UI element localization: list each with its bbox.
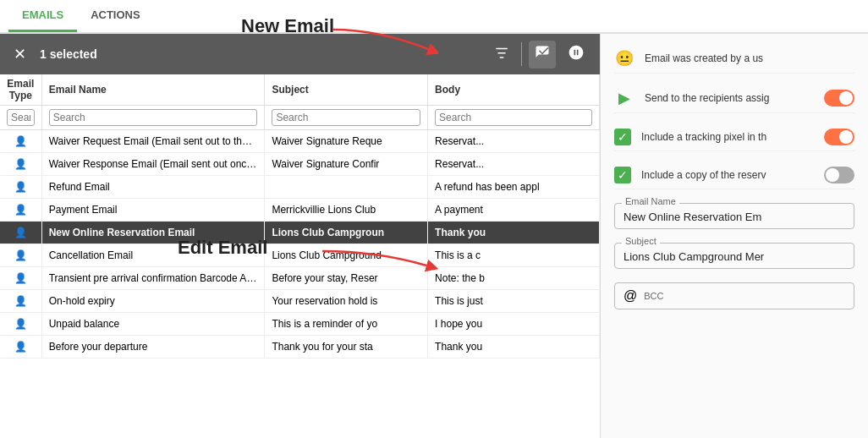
send-row: ▶ Send to the recipients assig (614, 84, 854, 113)
subject-field: Subject Lions Club Campground Mer (614, 243, 854, 269)
email-name-search[interactable] (49, 109, 258, 126)
row-body: Thank you (428, 336, 600, 359)
send-toggle[interactable] (824, 90, 854, 107)
row-body: I hope you (428, 313, 600, 336)
row-subject: Lions Club Campgroun (265, 222, 428, 244)
col-search-type[interactable] (0, 106, 41, 130)
bcc-label: BCC (644, 291, 663, 301)
selected-count: 1 selected (40, 47, 479, 61)
send-icon: ▶ (614, 89, 635, 107)
row-subject: Merrickvillie Lions Club (265, 199, 428, 222)
email-table-scroll[interactable]: Email Type Email Name Subject Body (0, 74, 600, 438)
info-person-icon: 😐 (614, 49, 635, 68)
row-body: Reservat... (428, 153, 600, 176)
bcc-row: @ BCC (614, 282, 854, 309)
row-type-icon: 👤 (0, 176, 41, 199)
subject-value: Lions Club Campground Mer (624, 250, 845, 263)
row-email-name: Unpaid balance (41, 313, 265, 336)
copy-checkbox[interactable]: ✓ (614, 167, 631, 183)
email-table-panel: ✕ 1 selected (0, 34, 601, 438)
email-type-search[interactable] (7, 109, 35, 126)
row-subject: Your reservation hold is (265, 290, 428, 313)
email-body-search[interactable] (435, 109, 592, 126)
table-header-row: Email Type Email Name Subject Body (0, 74, 600, 106)
row-email-name: Payment Email (41, 199, 265, 222)
row-body: Reservat... (428, 130, 600, 153)
row-type-icon: 👤 (0, 290, 41, 313)
toolbar-icons (489, 41, 590, 68)
col-header-type: Email Type (0, 74, 41, 106)
row-type-icon: 👤 (0, 199, 41, 222)
row-type-icon: 👤 (0, 153, 41, 176)
toolbar-divider (521, 42, 522, 66)
email-name-value: New Online Reservation Em (624, 211, 845, 223)
row-body: This is a c (428, 244, 600, 267)
close-selection-button[interactable]: ✕ (10, 45, 30, 63)
selection-bar: ✕ 1 selected (0, 34, 600, 74)
row-type-icon: 👤 (0, 313, 41, 336)
tracking-row: ✓ Include a tracking pixel in th (614, 123, 854, 151)
table-row[interactable]: 👤 Payment Email Merrickvillie Lions Club… (0, 199, 600, 222)
row-email-name: Waiver Response Email (Email sent out on… (41, 153, 265, 176)
add-email-button[interactable] (529, 41, 556, 68)
copy-toggle[interactable] (824, 167, 854, 183)
tracking-toggle[interactable] (824, 129, 854, 145)
col-search-subject[interactable] (265, 106, 428, 130)
table-row[interactable]: 👤 Before your departure Thank you for yo… (0, 336, 600, 359)
tab-actions[interactable]: ACTIONS (77, 0, 154, 32)
row-subject: Before your stay, Reser (265, 267, 428, 290)
info-row: 😐 Email was created by a us (614, 44, 854, 74)
disable-icon-button[interactable] (563, 41, 590, 68)
row-email-name: New Online Reservation Email (41, 222, 265, 244)
email-table-body: 👤 Waiver Request Email (Email sent out t… (0, 130, 600, 359)
row-body: A payment (428, 199, 600, 222)
row-body: A refund has been appl (428, 176, 600, 199)
table-row[interactable]: 👤 Unpaid balance This is a reminder of y… (0, 313, 600, 336)
tracking-row-text: Include a tracking pixel in th (641, 131, 814, 143)
send-row-text: Send to the recipients assig (645, 92, 814, 104)
row-type-icon: 👤 (0, 244, 41, 267)
row-body: This is just (428, 290, 600, 313)
at-icon: @ (624, 288, 637, 304)
row-email-name: Transient pre arrival confirmation Barco… (41, 267, 265, 290)
email-subject-search[interactable] (272, 109, 420, 126)
row-subject: Thank you for your sta (265, 336, 428, 359)
row-email-name: Refund Email (41, 176, 265, 199)
email-name-label: Email Name (622, 196, 679, 206)
row-subject (265, 176, 428, 199)
col-search-name[interactable] (41, 106, 265, 130)
row-body: Thank you (428, 222, 600, 244)
col-search-body[interactable] (428, 106, 600, 130)
table-row[interactable]: 👤 New Online Reservation Email Lions Clu… (0, 222, 600, 244)
top-tabs: EMAILS ACTIONS (0, 0, 868, 34)
subject-label: Subject (622, 236, 660, 246)
copy-row-text: Include a copy of the reserv (641, 169, 814, 181)
email-name-field: Email Name New Online Reservation Em (614, 203, 854, 229)
row-type-icon: 👤 (0, 336, 41, 359)
table-row[interactable]: 👤 Refund Email A refund has been appl (0, 176, 600, 199)
row-subject: Waiver Signature Reque (265, 130, 428, 153)
row-type-icon: 👤 (0, 130, 41, 153)
table-row[interactable]: 👤 On-hold expiry Your reservation hold i… (0, 290, 600, 313)
row-body: Note: the b (428, 267, 600, 290)
tab-emails[interactable]: EMAILS (8, 0, 77, 32)
tracking-checkbox[interactable]: ✓ (614, 129, 631, 145)
row-subject: Lions Club Campground (265, 244, 428, 267)
table-row[interactable]: 👤 Transient pre arrival confirmation Bar… (0, 267, 600, 290)
filter-icon-button[interactable] (489, 41, 514, 68)
row-type-icon: 👤 (0, 222, 41, 244)
col-header-name: Email Name (41, 74, 265, 106)
info-row-text: Email was created by a us (645, 52, 854, 64)
row-subject: This is a reminder of yo (265, 313, 428, 336)
col-header-body: Body (428, 74, 600, 106)
email-table: Email Type Email Name Subject Body (0, 74, 600, 359)
table-row[interactable]: 👤 Waiver Response Email (Email sent out … (0, 153, 600, 176)
row-email-name: On-hold expiry (41, 290, 265, 313)
row-email-name: Before your departure (41, 336, 265, 359)
table-row[interactable]: 👤 Cancellation Email Lions Club Campgrou… (0, 244, 600, 267)
row-email-name: Waiver Request Email (Email sent out to … (41, 130, 265, 153)
table-row[interactable]: 👤 Waiver Request Email (Email sent out t… (0, 130, 600, 153)
row-subject: Waiver Signature Confir (265, 153, 428, 176)
table-search-row (0, 106, 600, 130)
row-email-name: Cancellation Email (41, 244, 265, 267)
